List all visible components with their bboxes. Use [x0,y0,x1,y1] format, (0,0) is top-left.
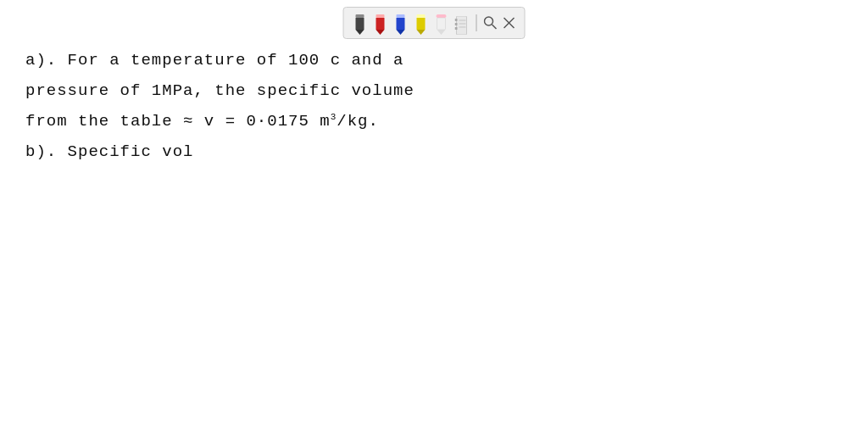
svg-marker-5 [376,30,385,35]
svg-rect-13 [437,18,446,30]
line-3: from the table ≈ v = 0·0175 m3/kg. [25,112,843,131]
svg-rect-6 [397,14,405,18]
line-4: b). Specific vol [25,142,843,161]
dark-pencil-tool[interactable] [351,11,370,35]
line-2: pressure of 1MPa, the specific volume [25,81,843,100]
yellow-pencil-tool[interactable] [412,11,431,35]
svg-rect-16 [455,19,458,21]
svg-rect-15 [457,16,467,35]
svg-rect-3 [376,14,385,18]
svg-rect-1 [356,18,364,30]
blue-pencil-tool[interactable] [392,11,410,35]
svg-rect-18 [455,27,458,30]
svg-rect-9 [417,14,426,18]
notebook-tool[interactable] [453,11,471,35]
line-1-text: a). For a temperature of 100 c and a [25,51,403,70]
content-area: a). For a temperature of 100 c and a pre… [0,42,868,434]
line-4-text: b). Specific vol [25,142,193,161]
svg-rect-0 [356,14,364,18]
line-3-text: from the table ≈ v = 0·0175 m3/kg. [25,112,379,131]
svg-rect-12 [437,14,447,18]
red-pencil-tool[interactable] [371,11,390,35]
close-button[interactable] [501,14,518,31]
svg-point-22 [485,17,493,25]
svg-rect-10 [417,18,426,30]
svg-rect-17 [455,23,458,25]
svg-marker-8 [397,30,405,35]
svg-rect-4 [376,18,385,30]
toolbar [343,7,526,39]
line-1: a). For a temperature of 100 c and a [25,51,843,70]
toolbar-divider [476,14,477,31]
svg-rect-7 [397,18,405,30]
search-button[interactable] [482,14,499,31]
svg-marker-11 [417,30,426,35]
svg-marker-14 [437,30,446,35]
svg-line-23 [492,25,497,29]
svg-marker-2 [356,30,364,35]
line-2-text: pressure of 1MPa, the specific volume [25,81,415,100]
eraser-tool[interactable] [432,11,451,35]
